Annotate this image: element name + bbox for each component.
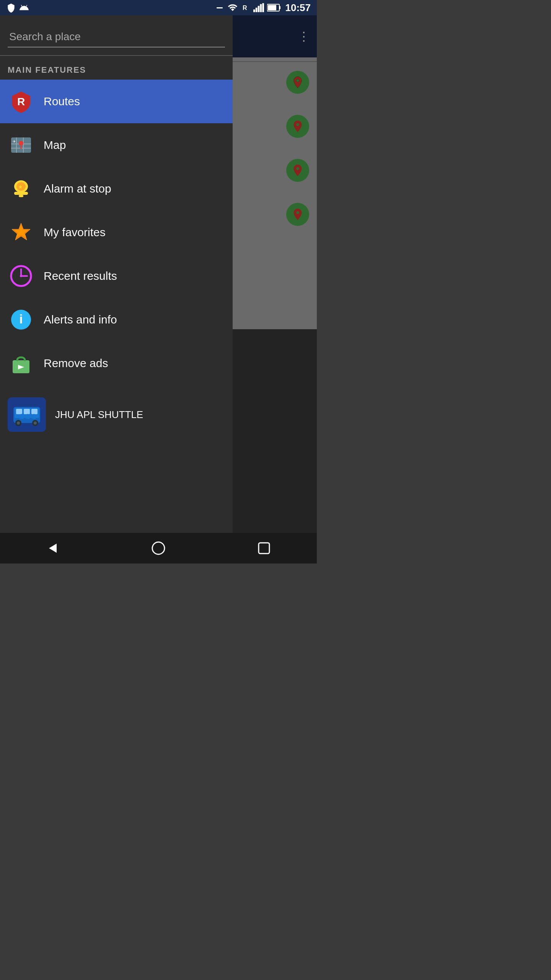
svg-point-28 [19, 141, 23, 145]
alarm-svg: ★ [10, 177, 33, 200]
sidebar-item-recent-results[interactable]: Recent results [0, 254, 233, 298]
favorites-icon [8, 219, 34, 246]
svg-rect-51 [31, 409, 37, 414]
status-bar-right: R 10:57 [215, 2, 311, 14]
remove-ads-label: Remove ads [44, 357, 108, 370]
nav-recents-button[interactable] [249, 537, 279, 560]
search-input[interactable] [8, 27, 225, 47]
svg-text:★: ★ [18, 184, 23, 190]
sidebar-drawer: MAIN FEATURES R Routes [0, 15, 233, 564]
bus-svg: 👤 👤 👤 [11, 401, 42, 428]
svg-text:R: R [243, 5, 247, 11]
svg-text:👤: 👤 [25, 413, 31, 419]
sidebar-item-my-favorites[interactable]: My favorites [0, 211, 233, 254]
nav-back-icon [45, 541, 60, 556]
android-icon [19, 3, 29, 13]
sidebar-item-remove-ads[interactable]: Remove ads [0, 341, 233, 385]
svg-rect-4 [258, 6, 259, 12]
overlay-shadow [233, 15, 317, 548]
svg-rect-2 [253, 10, 255, 12]
signal-minus-icon [215, 3, 224, 12]
routes-label: Routes [44, 95, 80, 108]
bag-svg [10, 352, 33, 375]
routes-shield-svg: R [10, 90, 33, 113]
shield-icon [6, 3, 16, 13]
sidebar-item-alarm-at-stop[interactable]: ★ Alarm at stop [0, 167, 233, 211]
nav-recents-icon [256, 541, 272, 556]
svg-rect-3 [255, 8, 257, 12]
sidebar-item-routes[interactable]: R Routes [0, 80, 233, 123]
info-svg: i [10, 308, 33, 331]
svg-text:✈: ✈ [13, 139, 16, 144]
time-display: 10:57 [285, 2, 311, 14]
nav-home-button[interactable] [143, 537, 174, 560]
svg-point-60 [152, 542, 165, 554]
svg-rect-8 [279, 6, 280, 9]
sidebar-item-shuttle[interactable]: 👤 👤 👤 JHU APL SHUTTLE [0, 389, 233, 440]
svg-rect-33 [19, 195, 23, 197]
map-label: Map [44, 139, 66, 152]
r-signal-icon: R [241, 3, 250, 12]
map-icon: ✈ [8, 132, 34, 158]
svg-rect-9 [268, 5, 276, 10]
status-bar-left [6, 3, 29, 13]
nav-home-icon [151, 541, 166, 556]
svg-point-53 [17, 421, 20, 425]
svg-rect-6 [262, 3, 264, 12]
star-svg [10, 221, 33, 244]
svg-rect-5 [260, 4, 262, 12]
nav-back-button[interactable] [37, 537, 68, 560]
signal-bars-icon [253, 3, 264, 12]
wifi-icon [227, 2, 238, 13]
svg-rect-50 [24, 409, 30, 414]
recent-results-label: Recent results [44, 270, 117, 283]
main-features-label: MAIN FEATURES [0, 56, 233, 80]
remove-ads-icon [8, 350, 34, 377]
svg-point-55 [34, 421, 37, 425]
info-icon: i [8, 306, 34, 333]
sidebar-item-alerts-and-info[interactable]: i Alerts and info [0, 298, 233, 341]
svg-text:👤: 👤 [31, 413, 37, 419]
svg-rect-0 [217, 7, 223, 8]
svg-text:👤: 👤 [19, 413, 24, 419]
sidebar-item-map[interactable]: ✈ Map [0, 123, 233, 167]
clock-svg [10, 265, 33, 287]
svg-marker-59 [49, 544, 57, 553]
svg-point-42 [20, 275, 22, 277]
recent-icon [8, 263, 34, 289]
svg-text:i: i [19, 312, 23, 326]
map-svg: ✈ [10, 134, 33, 157]
bottom-nav-bar [0, 533, 317, 564]
routes-icon: R [8, 88, 34, 115]
svg-text:R: R [17, 96, 25, 108]
shuttle-icon: 👤 👤 👤 [8, 397, 46, 432]
battery-icon [267, 3, 281, 12]
alarm-icon: ★ [8, 175, 34, 202]
svg-rect-61 [259, 543, 269, 554]
svg-rect-49 [16, 409, 22, 414]
alerts-and-info-label: Alerts and info [44, 313, 117, 326]
status-bar: R 10:57 [0, 0, 317, 15]
my-favorites-label: My favorites [44, 226, 106, 239]
shuttle-label: JHU APL SHUTTLE [55, 409, 143, 421]
svg-rect-32 [14, 192, 28, 195]
alarm-at-stop-label: Alarm at stop [44, 182, 111, 195]
search-container [0, 15, 233, 56]
